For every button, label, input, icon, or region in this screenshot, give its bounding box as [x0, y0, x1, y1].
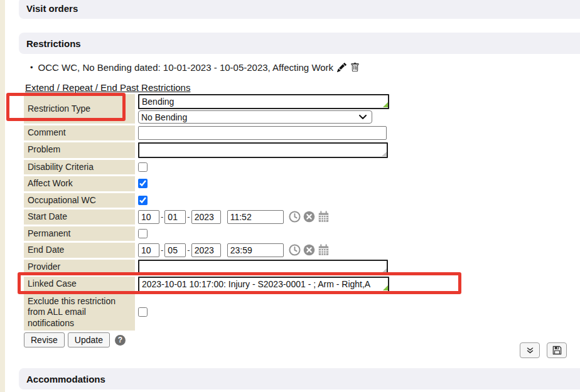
- end-day-input[interactable]: [164, 243, 186, 257]
- linked-case-textarea[interactable]: 2023-10-01 10:17:00: Injury - S2023-0001…: [138, 277, 389, 292]
- restriction-category-textarea[interactable]: Bending: [138, 94, 389, 109]
- accommodations-title: Accommodations: [26, 374, 105, 384]
- delete-trash-icon[interactable]: [350, 63, 360, 72]
- clock-icon[interactable]: [289, 244, 301, 256]
- disability-criteria-checkbox[interactable]: [138, 162, 148, 172]
- save-button[interactable]: [547, 342, 567, 358]
- problem-label: Problem: [24, 142, 135, 158]
- end-month-input[interactable]: [138, 243, 159, 257]
- date-separator: -: [161, 212, 163, 221]
- comment-label: Comment: [24, 125, 135, 140]
- date-separator: -: [187, 212, 190, 221]
- restriction-item-text: OCC WC, No Bending dated: 10-01-2023 - 1…: [38, 62, 334, 73]
- calendar-icon[interactable]: [318, 244, 330, 256]
- page-edge-strip: [0, 0, 5, 392]
- exclude-email-label: Exclude this restriction from ALL email …: [24, 294, 135, 331]
- row-provider: Provider: [24, 260, 426, 275]
- row-disability-criteria: Disability Criteria: [24, 160, 426, 175]
- double-chevron-down-icon: [526, 347, 534, 354]
- help-icon[interactable]: ?: [115, 335, 126, 346]
- update-button[interactable]: Update: [68, 332, 110, 347]
- occupational-wc-label: Occupational WC: [24, 193, 135, 208]
- start-day-input[interactable]: [164, 210, 186, 224]
- restriction-list-item: • OCC WC, No Bending dated: 10-01-2023 -…: [30, 62, 360, 73]
- end-year-input[interactable]: [191, 243, 221, 257]
- row-end-date: End Date - -: [24, 243, 426, 258]
- end-date-label: End Date: [24, 243, 135, 258]
- row-permanent: Permanent: [24, 226, 426, 241]
- start-year-input[interactable]: [191, 210, 221, 224]
- section-restrictions: Restrictions: [19, 33, 580, 54]
- row-problem: Problem: [24, 142, 426, 158]
- restrictions-title: Restrictions: [26, 38, 81, 49]
- permanent-label: Permanent: [24, 226, 135, 241]
- linked-case-label: Linked Case: [24, 277, 135, 292]
- section-visit-orders: Visit orders: [19, 0, 580, 19]
- start-date-label: Start Date: [24, 209, 135, 225]
- row-linked-case: Linked Case 2023-10-01 10:17:00: Injury …: [24, 277, 426, 292]
- date-separator: -: [187, 245, 190, 255]
- comment-input[interactable]: [138, 126, 387, 140]
- bullet-marker: •: [30, 63, 33, 72]
- form-actions: Revise Update ?: [24, 332, 426, 347]
- section-accommodations: Accommodations: [19, 368, 580, 389]
- start-month-input[interactable]: [138, 210, 159, 224]
- provider-textarea[interactable]: [138, 260, 388, 275]
- provider-label: Provider: [24, 260, 135, 275]
- start-time-input[interactable]: [227, 210, 284, 224]
- clear-date-icon[interactable]: [303, 244, 315, 256]
- restriction-type-label: Restriction Type: [24, 94, 135, 124]
- permanent-checkbox[interactable]: [138, 229, 148, 238]
- visit-orders-title: Visit orders: [26, 3, 78, 14]
- clear-date-icon[interactable]: [303, 211, 315, 223]
- exclude-email-checkbox[interactable]: [138, 307, 148, 317]
- extend-repeat-end-link[interactable]: Extend / Repeat / End Past Restrictions: [25, 82, 190, 93]
- clock-icon[interactable]: [289, 211, 301, 223]
- row-restriction-type: Restriction Type Bending No Bending: [24, 94, 426, 124]
- revise-button[interactable]: Revise: [24, 332, 65, 347]
- row-occupational-wc: Occupational WC: [24, 193, 426, 208]
- date-separator: -: [161, 245, 163, 255]
- restriction-form: Restriction Type Bending No Bending Comm…: [24, 94, 426, 347]
- calendar-icon[interactable]: [318, 211, 330, 223]
- end-time-input[interactable]: [227, 243, 284, 257]
- row-comment: Comment: [24, 125, 426, 140]
- row-start-date: Start Date - -: [24, 209, 426, 225]
- expand-section-button[interactable]: [520, 342, 540, 358]
- problem-textarea[interactable]: [138, 142, 388, 158]
- occupational-wc-checkbox[interactable]: [138, 196, 148, 205]
- save-disk-icon: [552, 346, 562, 355]
- affect-work-label: Affect Work: [24, 176, 135, 191]
- edit-pencil-icon[interactable]: [337, 63, 346, 72]
- affect-work-checkbox[interactable]: [138, 179, 148, 188]
- disability-criteria-label: Disability Criteria: [24, 160, 135, 175]
- row-exclude-email: Exclude this restriction from ALL email …: [24, 294, 426, 331]
- restriction-type-select[interactable]: No Bending: [138, 110, 372, 124]
- row-affect-work: Affect Work: [24, 176, 426, 191]
